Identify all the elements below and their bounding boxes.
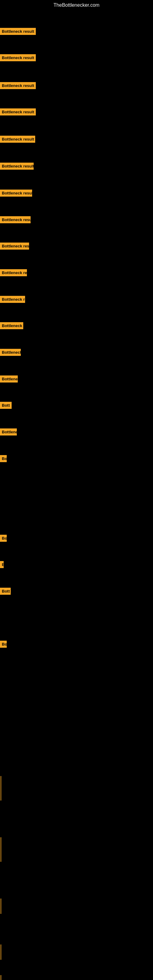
vertical-indicator-line: [1, 899, 1, 914]
bottleneck-result-item: Bo: [0, 455, 7, 463]
bottleneck-label: Bottlenec: [0, 375, 18, 382]
bottleneck-result-item: Bottlenec: [0, 428, 17, 437]
bottleneck-label: Bo: [0, 455, 7, 462]
bottleneck-result-item: Bottleneck result: [0, 54, 36, 62]
bottleneck-result-item: Bo: [0, 535, 7, 543]
vertical-indicator-line: [1, 945, 1, 960]
bottleneck-label: Bott: [0, 588, 11, 595]
bottleneck-label: Bottlenec: [0, 428, 17, 436]
bottleneck-result-item: Bottleneck res: [0, 296, 25, 304]
bottleneck-result-item: Bottleneck result: [0, 28, 36, 36]
bottleneck-label: Bottleneck result: [0, 162, 33, 170]
bottleneck-result-item: Bottleneck re: [0, 349, 21, 357]
bottleneck-result-item: Bottleneck result: [0, 243, 29, 251]
bottleneck-label: Bottleneck res: [0, 296, 25, 303]
bottleneck-label: Bo: [0, 535, 7, 542]
bottleneck-label: Bottleneck result: [0, 216, 30, 223]
bottleneck-result-item: Bott: [0, 402, 12, 410]
bottleneck-label: Bottleneck result: [0, 136, 35, 143]
bottleneck-result-item: Bottleneck result: [0, 162, 33, 171]
bottleneck-result-item: Bottleneck result: [0, 82, 36, 90]
bottleneck-result-item: Bottleneck result: [0, 136, 35, 144]
site-title: TheBottlenecker.com: [0, 0, 153, 10]
vertical-indicator-line: [1, 975, 1, 980]
bottleneck-result-item: Bottleneck result: [0, 216, 30, 224]
bottleneck-label: Bottleneck result: [0, 28, 36, 35]
bottleneck-result-item: Bo: [0, 641, 7, 649]
bottleneck-label: Bottleneck res: [0, 322, 23, 329]
bottleneck-result-item: Bottleneck resu: [0, 269, 27, 277]
bottleneck-result-item: Bottleneck result: [0, 108, 36, 117]
bottleneck-label: Bottleneck re: [0, 349, 21, 356]
vertical-indicator-line: [1, 776, 1, 800]
bottleneck-label: Bottleneck result: [0, 108, 36, 115]
bottleneck-label: Bo: [0, 641, 7, 648]
bottleneck-label: Bottleneck result: [0, 189, 32, 197]
bottleneck-label: Bottleneck resu: [0, 269, 27, 276]
bottleneck-result-item: Bott: [0, 588, 11, 596]
bottleneck-label: Bottleneck result: [0, 82, 36, 89]
bottleneck-result-item: B: [0, 561, 4, 569]
bottleneck-label: Bottleneck result: [0, 243, 29, 250]
bottleneck-result-item: Bottlenec: [0, 375, 18, 384]
bottleneck-result-item: Bottleneck res: [0, 322, 23, 331]
bottleneck-label: B: [0, 561, 4, 568]
vertical-indicator-line: [1, 837, 1, 862]
bottleneck-result-item: Bottleneck result: [0, 189, 32, 198]
bottleneck-label: Bottleneck result: [0, 54, 36, 61]
bottleneck-label: Bott: [0, 402, 12, 409]
